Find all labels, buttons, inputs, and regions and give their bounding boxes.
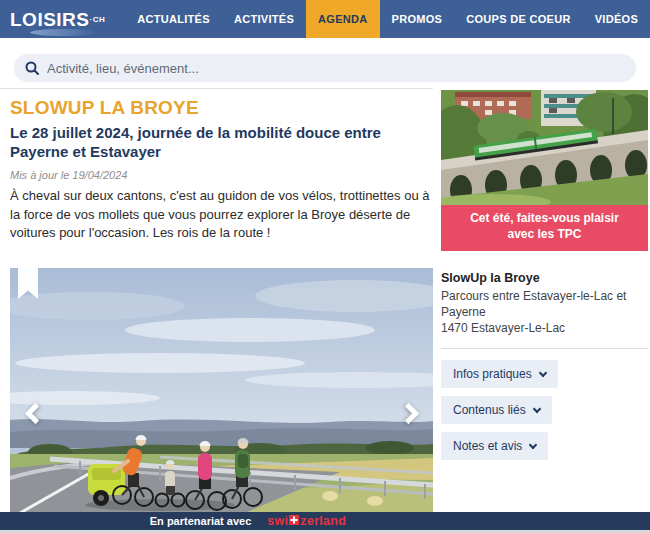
chevron-right-icon (398, 402, 419, 423)
page-title: SLOWUP LA BROYE (10, 97, 433, 119)
event-buttons: Infos pratiques Contenus liés Notes et a… (441, 360, 648, 460)
event-divider (441, 348, 648, 349)
ad-photo-illustration (441, 90, 648, 205)
page: LOISIRS·CH ACTUALITÉS ACTIVITÉS AGENDA P… (0, 0, 650, 533)
event-address-line1: Parcours entre Estavayer-le-Lac et Payer… (441, 288, 648, 320)
content-divider (0, 88, 433, 89)
contenus-lies-label: Contenus liés (453, 403, 526, 417)
event-address-line2: 1470 Estavayer-Le-Lac (441, 320, 648, 336)
nav-item-agenda[interactable]: AGENDA (306, 0, 379, 38)
search-icon (25, 61, 39, 75)
logo-swoosh-decoration (30, 29, 98, 36)
event-photo-illustration (10, 268, 433, 513)
swiss-flag-icon (289, 515, 299, 525)
event-photo-carousel (10, 268, 433, 513)
swiss-logo-post: zerland (300, 514, 346, 528)
article-column: SLOWUP LA BROYE Le 28 juillet 2024, jour… (10, 88, 433, 513)
swiss-logo-pre: swi (267, 514, 288, 528)
infos-pratiques-label: Infos pratiques (453, 367, 532, 381)
chevron-down-icon (529, 441, 537, 449)
nav-item-videos[interactable]: VIDÉOS (583, 0, 650, 38)
contenus-lies-button[interactable]: Contenus liés (441, 396, 552, 424)
bookmark-icon[interactable] (18, 268, 38, 300)
chevron-left-icon (25, 402, 46, 423)
nav-item-activites[interactable]: ACTIVITÉS (222, 0, 306, 38)
site-logo[interactable]: LOISIRS·CH (10, 0, 125, 38)
nav-item-promos[interactable]: PROMOS (380, 0, 455, 38)
switzerland-tourism-logo[interactable]: swi zerland (267, 514, 346, 528)
nav-item-coups-de-coeur[interactable]: COUPS DE COEUR (454, 0, 582, 38)
event-name: SlowUp la Broye (441, 271, 648, 285)
partner-footer-bar: En partenariat avec swi zerland (0, 512, 650, 530)
carousel-next-button[interactable] (399, 400, 429, 430)
article-body: À cheval sur deux cantons, c'est au guid… (10, 187, 433, 242)
sidebar: Cet été, faites-vous plaisir avec les TP… (441, 88, 648, 513)
partner-text: En partenariat avec (150, 515, 252, 527)
tpc-advertisement[interactable]: Cet été, faites-vous plaisir avec les TP… (441, 90, 648, 251)
notes-et-avis-label: Notes et avis (453, 439, 522, 453)
main-nav: ACTUALITÉS ACTIVITÉS AGENDA PROMOS COUPS… (125, 0, 650, 38)
notes-et-avis-button[interactable]: Notes et avis (441, 432, 548, 460)
search-section (0, 38, 650, 88)
search-bar[interactable] (14, 54, 636, 82)
ad-caption[interactable]: Cet été, faites-vous plaisir avec les TP… (441, 205, 648, 251)
carousel-prev-button[interactable] (20, 400, 50, 430)
infos-pratiques-button[interactable]: Infos pratiques (441, 360, 558, 388)
logo-suffix: ·CH (90, 15, 106, 24)
ad-image (441, 90, 648, 205)
article-subtitle: Le 28 juillet 2024, journée de la mobili… (10, 124, 433, 161)
top-navigation-bar: LOISIRS·CH ACTUALITÉS ACTIVITÉS AGENDA P… (0, 0, 650, 38)
chevron-down-icon (538, 369, 546, 377)
search-input[interactable] (47, 61, 625, 76)
main-content: SLOWUP LA BROYE Le 28 juillet 2024, jour… (0, 88, 650, 513)
logo-text: LOISIRS (10, 10, 90, 29)
chevron-down-icon (532, 405, 540, 413)
updated-date: Mis à jour le 19/04/2024 (10, 169, 433, 181)
nav-item-actualites[interactable]: ACTUALITÉS (125, 0, 222, 38)
event-info-card: SlowUp la Broye Parcours entre Estavayer… (441, 271, 648, 461)
